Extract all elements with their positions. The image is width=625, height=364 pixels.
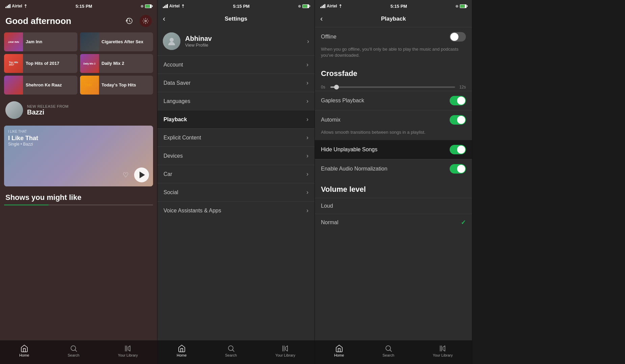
battery-icon-settings xyxy=(302,4,309,8)
settings-languages[interactable]: Languages › xyxy=(157,92,315,110)
settings-social[interactable]: Social › xyxy=(157,183,315,201)
crossfade-slider-row: 0s 12s xyxy=(315,82,472,91)
new-release-section[interactable]: NEW RELEASE FROM Bazzi xyxy=(0,97,157,123)
devices-chevron: › xyxy=(306,152,308,159)
playback-screen: Airtel ⇡ 5:15 PM ⊕ ‹ Playback Offline Wh… xyxy=(315,0,472,364)
settings-playback[interactable]: Playback › xyxy=(157,110,315,128)
home-header: Good afternoon xyxy=(0,11,157,30)
battery-icon-home xyxy=(145,4,152,8)
svg-point-1 xyxy=(145,20,147,22)
playlist-grid: JAM INN Jam Inn Cigarettes After Sex Top… xyxy=(0,30,157,97)
nav-search[interactable]: Search xyxy=(64,343,83,359)
bottom-nav-home: Home Search Your Library xyxy=(0,340,157,364)
history-button[interactable] xyxy=(123,15,135,27)
settings-car[interactable]: Car › xyxy=(157,165,315,183)
offline-toggle[interactable] xyxy=(450,32,466,42)
nav-search-playback[interactable]: Search xyxy=(378,343,398,359)
song-card[interactable]: I LIKE THAT I Like That Single • Bazzi ♡ xyxy=(4,126,153,186)
carrier-signal-playback: Airtel ⇡ xyxy=(320,4,342,9)
play-icon xyxy=(140,172,145,178)
nav-library-settings[interactable]: Your Library xyxy=(271,343,299,359)
signal-icon-settings xyxy=(163,4,168,8)
settings-data-saver[interactable]: Data Saver › xyxy=(157,74,315,92)
settings-devices[interactable]: Devices › xyxy=(157,147,315,165)
heart-button[interactable]: ♡ xyxy=(123,171,129,179)
hide-unplayable-toggle[interactable] xyxy=(450,145,466,154)
settings-languages-label: Languages xyxy=(164,98,190,104)
avatar-icon xyxy=(167,36,177,46)
nav-search-settings[interactable]: Search xyxy=(221,343,241,359)
gapless-toggle[interactable] xyxy=(450,96,466,105)
settings-account[interactable]: Account › xyxy=(157,55,315,74)
playback-back-button[interactable]: ‹ xyxy=(320,15,330,23)
bottom-nav-playback: Home Search Your Library xyxy=(315,340,472,364)
time-playback: 5:15 PM xyxy=(391,4,407,9)
gapless-label: Gapless Playback xyxy=(321,98,364,104)
nav-home-label: Home xyxy=(19,353,29,357)
explicit-chevron: › xyxy=(306,134,308,141)
automix-toggle[interactable] xyxy=(450,115,466,125)
audio-norm-toggle-thumb xyxy=(457,165,465,173)
settings-data-saver-label: Data Saver xyxy=(164,80,191,86)
svg-point-3 xyxy=(71,346,76,350)
audio-norm-label: Enable Audio Normalization xyxy=(321,166,388,172)
settings-list: Account › Data Saver › Languages › Playb… xyxy=(157,55,315,340)
nav-home-playback-label: Home xyxy=(334,353,344,357)
nav-library-label: Your Library xyxy=(118,353,138,357)
audio-norm-toggle[interactable] xyxy=(450,164,466,174)
crossfade-max: 12s xyxy=(458,85,466,89)
gear-icon xyxy=(142,18,149,24)
search-nav-icon xyxy=(70,344,78,353)
profile-info: Abhinav View Profile xyxy=(185,35,302,48)
status-right-playback: ⊕ xyxy=(455,4,467,8)
play-button[interactable] xyxy=(134,167,149,182)
offline-row: Offline xyxy=(315,27,472,46)
location-icon: ⊕ xyxy=(141,4,144,8)
status-right-settings: ⊕ xyxy=(298,4,309,8)
playlist-name-jam: Jam Inn xyxy=(23,39,45,45)
volume-normal[interactable]: Normal ✓ xyxy=(315,214,472,231)
status-bar-settings: Airtel ⇡ 5:15 PM ⊕ xyxy=(157,0,315,11)
history-icon xyxy=(126,17,133,25)
playlist-thumb-jam: JAM INN xyxy=(4,32,23,51)
car-chevron: › xyxy=(306,171,308,178)
playlist-item-today[interactable]: THH Today's Top Hits xyxy=(80,76,153,95)
settings-explicit[interactable]: Explicit Content › xyxy=(157,128,315,147)
profile-row[interactable]: Abhinav View Profile › xyxy=(157,27,315,55)
settings-account-label: Account xyxy=(164,62,183,68)
new-release-label: NEW RELEASE FROM xyxy=(27,104,69,108)
settings-car-label: Car xyxy=(164,171,172,177)
playlist-name-today: Today's Top Hits xyxy=(99,82,139,88)
signal-bar-2 xyxy=(7,6,8,8)
nav-home[interactable]: Home xyxy=(15,343,33,359)
playlist-item-top[interactable]: Top Hits2017 Top Hits of 2017 xyxy=(4,54,77,73)
playlist-item-cig[interactable]: Cigarettes After Sex xyxy=(80,32,153,51)
playlist-thumb-cig xyxy=(80,32,99,51)
settings-button[interactable] xyxy=(140,15,152,27)
crossfade-slider[interactable] xyxy=(330,86,455,88)
nav-home-playback[interactable]: Home xyxy=(330,343,348,359)
nav-search-label: Search xyxy=(68,353,79,357)
playlist-item-sheh[interactable]: Shehron Ke Raaz xyxy=(4,76,77,95)
settings-back-button[interactable]: ‹ xyxy=(163,15,173,23)
playlist-item-jam[interactable]: JAM INN Jam Inn xyxy=(4,32,77,51)
playlist-name-sheh: Shehron Ke Raaz xyxy=(23,82,65,88)
nav-library-playback[interactable]: Your Library xyxy=(429,343,457,359)
svg-point-5 xyxy=(228,346,233,350)
hide-unplayable-label: Hide Unplayable Songs xyxy=(321,147,377,153)
nav-home-settings[interactable]: Home xyxy=(173,343,191,359)
account-chevron: › xyxy=(306,61,308,68)
settings-explicit-label: Explicit Content xyxy=(164,135,201,141)
settings-voice[interactable]: Voice Assistants & Apps › xyxy=(157,201,315,219)
new-release-artist: Bazzi xyxy=(27,108,69,116)
settings-devices-label: Devices xyxy=(164,153,183,159)
today-logo-icon: THH xyxy=(84,82,95,88)
battery-icon-playback xyxy=(460,4,467,8)
home-nav-icon xyxy=(20,344,28,353)
search-nav-icon-settings xyxy=(227,344,235,353)
playlist-item-daily[interactable]: Daily Mix 2 Daily Mix 2 xyxy=(80,54,153,73)
playback-content: Offline When you go offline, you'll only… xyxy=(315,27,472,340)
volume-loud[interactable]: Loud xyxy=(315,198,472,214)
signal-bar-4 xyxy=(9,4,10,8)
nav-library[interactable]: Your Library xyxy=(114,343,142,359)
